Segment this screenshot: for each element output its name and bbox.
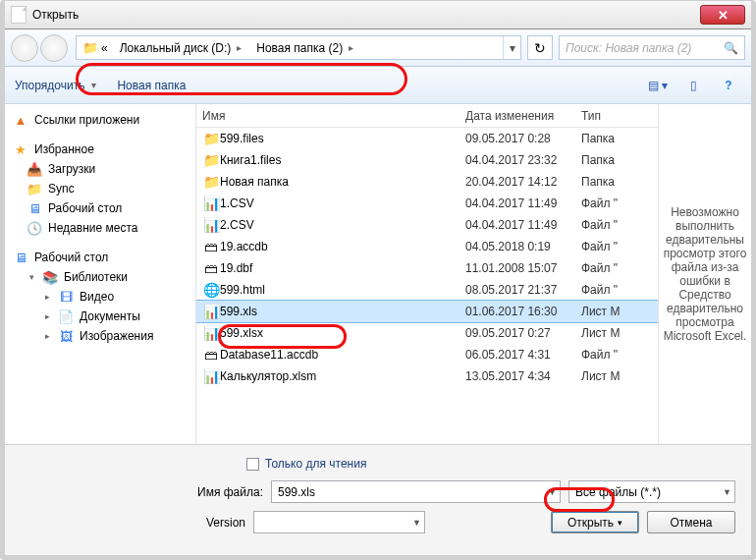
organize-menu[interactable]: Упорядочить ▾ [15, 79, 99, 92]
file-row[interactable]: 📊2.CSV04.04.2017 11:49Файл " [196, 214, 658, 236]
col-date-header[interactable]: Дата изменения [465, 109, 581, 123]
file-icon: 📊 [202, 304, 220, 319]
file-date: 09.05.2017 0:27 [465, 326, 581, 340]
chevron-down-icon: ▼ [723, 487, 731, 497]
file-icon: 🗃 [202, 260, 220, 276]
preview-message: Невозможно выполнить едварительны просмо… [663, 205, 747, 343]
app-icon [11, 6, 27, 24]
file-row[interactable]: 🗃19.dbf11.01.2008 15:07Файл " [196, 257, 658, 279]
file-type: Лист M [581, 305, 658, 318]
file-date: 20.04.2017 14:12 [465, 175, 581, 189]
column-headers: Имя Дата изменения Тип [196, 104, 658, 128]
nav-desktop-group[interactable]: 🖥Рабочий стол [9, 248, 191, 267]
readonly-checkbox[interactable] [246, 458, 259, 471]
nav-desktop[interactable]: 🖥Рабочий стол [9, 198, 191, 218]
nav-libraries[interactable]: ▾📚Библиотеки [9, 267, 191, 287]
version-label: Version [157, 516, 245, 530]
breadcrumb-seg-2[interactable]: Новая папка (2)▸ [250, 36, 362, 59]
titlebar: Открыть ✕ [5, 0, 751, 29]
view-menu-button[interactable]: ▤ ▾ [645, 76, 671, 95]
nav-favorites[interactable]: ★Избранное [9, 140, 191, 159]
filter-combo[interactable]: Все файлы (*.*)▼ [568, 480, 735, 503]
star-icon: ★ [13, 141, 28, 157]
file-icon: 🌐 [202, 282, 220, 298]
file-date: 06.05.2017 4:31 [465, 348, 581, 362]
nav-applinks[interactable]: ▲Ссылки приложени [9, 110, 191, 130]
video-icon: 🎞 [58, 289, 74, 305]
tree-collapse-icon[interactable]: ▸ [42, 292, 52, 302]
file-row[interactable]: 📊599.xls01.06.2017 16:30Лист M [196, 301, 658, 322]
file-date: 04.04.2017 11:49 [465, 218, 581, 232]
recent-icon: 🕓 [27, 220, 42, 236]
file-date: 09.05.2017 0:28 [465, 132, 581, 145]
back-button[interactable] [11, 34, 38, 62]
file-name: 599.xlsx [220, 326, 465, 340]
cancel-button[interactable]: Отмена [647, 511, 735, 533]
file-row[interactable]: 📊Калькулятор.xlsm13.05.2017 4:34Лист M [196, 365, 658, 387]
tree-collapse-icon[interactable]: ▸ [42, 311, 52, 321]
file-name: 1.CSV [220, 196, 465, 210]
file-date: 13.05.2017 4:34 [465, 369, 581, 383]
preview-pane: Невозможно выполнить едварительны просмо… [658, 104, 751, 444]
close-button[interactable]: ✕ [700, 5, 745, 25]
tree-expand-icon[interactable]: ▾ [27, 272, 36, 282]
filename-label: Имя файла: [175, 485, 263, 499]
chevron-right-icon: ▸ [234, 42, 244, 53]
chevron-down-icon: ▼ [412, 518, 421, 528]
library-icon: 📚 [42, 269, 58, 285]
nav-downloads[interactable]: 📥Загрузки [9, 159, 191, 179]
file-row[interactable]: 📁Книга1.files04.04.2017 23:32Папка [196, 149, 658, 171]
file-row[interactable]: 🗃19.accdb04.05.2018 0:19Файл " [196, 236, 658, 257]
desktop-icon: 🖥 [27, 200, 42, 216]
search-input[interactable]: Поиск: Новая папка (2) 🔍 [559, 35, 745, 60]
col-name-header[interactable]: Имя [202, 109, 465, 123]
file-type: Лист M [581, 326, 658, 340]
file-name: 599.files [220, 132, 465, 145]
file-row[interactable]: 📊599.xlsx09.05.2017 0:27Лист M [196, 322, 658, 344]
file-icon: 🗃 [202, 239, 220, 254]
nav-sync[interactable]: 📁Sync [9, 179, 191, 198]
file-type: Файл " [581, 240, 658, 253]
file-row[interactable]: 📊1.CSV04.04.2017 11:49Файл " [196, 193, 658, 214]
bottom-panel: Только для чтения Имя файла: 599.xls▼ Вс… [5, 444, 751, 555]
file-type: Папка [581, 153, 658, 167]
address-bar[interactable]: 📁« Локальный диск (D:)▸ Новая папка (2)▸… [76, 35, 521, 60]
file-row[interactable]: 🌐599.html08.05.2017 21:37Файл " [196, 279, 658, 301]
nav-pictures[interactable]: ▸🖼Изображения [9, 326, 191, 346]
file-date: 11.01.2008 15:07 [465, 261, 581, 275]
file-row[interactable]: 📁Новая папка20.04.2017 14:12Папка [196, 171, 658, 193]
file-row[interactable]: 🗃Database11.accdb06.05.2017 4:31Файл " [196, 344, 658, 365]
version-combo[interactable]: ▼ [253, 511, 425, 533]
file-type: Файл " [581, 261, 658, 275]
file-type: Папка [581, 175, 658, 189]
nav-video[interactable]: ▸🎞Видео [9, 287, 191, 307]
refresh-button[interactable]: ↻ [527, 35, 553, 60]
file-date: 04.05.2018 0:19 [465, 240, 581, 253]
open-button[interactable]: Открыть ▾ [551, 511, 639, 533]
file-row[interactable]: 📁599.files09.05.2017 0:28Папка [196, 128, 658, 149]
search-icon: 🔍 [724, 41, 738, 55]
toolbar: Упорядочить ▾ Новая папка ▤ ▾ ▯ ? [5, 67, 751, 104]
nav-recent[interactable]: 🕓Недавние места [9, 218, 191, 238]
preview-pane-button[interactable]: ▯ [680, 76, 706, 95]
desktop-icon: 🖥 [13, 250, 28, 265]
new-folder-button[interactable]: Новая папка [117, 79, 186, 92]
file-list[interactable]: 📁599.files09.05.2017 0:28Папка📁Книга1.fi… [196, 128, 658, 444]
col-type-header[interactable]: Тип [581, 109, 658, 123]
filename-combo[interactable]: 599.xls▼ [271, 480, 561, 503]
forward-button[interactable] [40, 34, 68, 62]
nav-documents[interactable]: ▸📄Документы [9, 307, 191, 326]
filter-value: Все файлы (*.*) [575, 485, 661, 499]
help-button[interactable]: ? [716, 76, 741, 95]
window-title: Открыть [32, 8, 79, 22]
navigation-pane: ▲Ссылки приложени ★Избранное 📥Загрузки 📁… [5, 104, 196, 444]
address-drop-button[interactable]: ▾ [503, 36, 520, 59]
file-type: Лист M [581, 369, 658, 383]
vlc-icon: ▲ [13, 112, 28, 128]
breadcrumb-seg-1[interactable]: Локальный диск (D:)▸ [114, 36, 251, 59]
navigation-bar: 📁« Локальный диск (D:)▸ Новая папка (2)▸… [5, 29, 751, 67]
file-icon: 📊 [202, 196, 220, 211]
tree-collapse-icon[interactable]: ▸ [42, 331, 52, 341]
file-name: Книга1.files [220, 153, 465, 167]
file-icon: 📊 [202, 325, 220, 341]
